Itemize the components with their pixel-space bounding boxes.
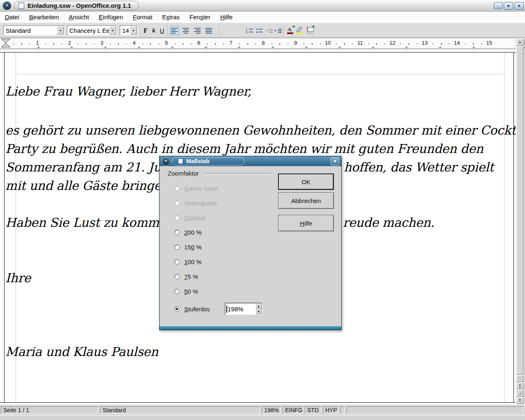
- tab-stop-marker[interactable]: [339, 46, 340, 48]
- bold-button[interactable]: F: [141, 26, 150, 35]
- radio-label: 75 %: [184, 273, 198, 280]
- previous-page-button[interactable]: ▲▲: [516, 383, 523, 389]
- status-page-style[interactable]: Standard: [100, 406, 260, 414]
- zoom-option-50[interactable]: 50 %: [174, 288, 198, 295]
- dialog-close-button[interactable]: ✕: [331, 158, 339, 165]
- indent-marker-icon[interactable]: [1, 39, 11, 48]
- bullet-list-button[interactable]: [255, 26, 264, 35]
- menu-einfgen[interactable]: Einfügen: [99, 14, 123, 21]
- status-hyperlink-mode[interactable]: HYP: [323, 406, 338, 414]
- ruler-tick: [272, 43, 272, 44]
- zoom-option-75[interactable]: 75 %: [174, 273, 198, 280]
- tab-stop-marker[interactable]: [440, 46, 441, 48]
- ruler-tick: [433, 43, 434, 44]
- horizontal-ruler[interactable]: 123456789101112131415: [0, 39, 515, 49]
- navigation-button[interactable]: [516, 390, 523, 397]
- radio-label: Seitenbreite: [184, 200, 217, 207]
- radio-icon: [174, 230, 180, 235]
- ruler-number: 2: [68, 40, 71, 46]
- font-size-combo[interactable]: 14 ▼: [120, 25, 138, 35]
- spin-up-button[interactable]: ▲: [256, 304, 262, 309]
- document-line: mit und alle Gäste bringen: [5, 176, 169, 195]
- align-left-button[interactable]: [170, 26, 179, 35]
- ruler-tick: [86, 43, 87, 45]
- ruler-number: 14: [454, 40, 460, 46]
- menu-format[interactable]: Format: [133, 14, 153, 21]
- close-button[interactable]: ✕: [514, 2, 524, 10]
- minimize-button[interactable]: _: [494, 2, 502, 9]
- italic-button[interactable]: k: [149, 26, 158, 35]
- zoom-value-spinbox[interactable]: 198% ▲ ▼: [225, 303, 262, 315]
- radio-label: Stufenlos: [184, 306, 210, 313]
- ruler-number: 4: [132, 40, 135, 46]
- radio-label: 50 %: [184, 288, 198, 295]
- font-name-value: Chancery L Ee: [69, 27, 110, 34]
- zoom-option-150[interactable]: 150 %: [174, 243, 202, 251]
- align-left-icon: [171, 28, 178, 34]
- spin-down-button[interactable]: ▼: [256, 309, 262, 314]
- status-insert-mode[interactable]: EINFG: [283, 406, 303, 414]
- page-top-border: [0, 52, 516, 52]
- zoom-option-stufenlos[interactable]: Stufenlos: [174, 305, 210, 313]
- highlighting-button[interactable]: [296, 26, 306, 35]
- window-menu-button[interactable]: ▼: [2, 1, 11, 10]
- increase-indent-icon: ►: [274, 29, 282, 33]
- tab-stop-marker[interactable]: [473, 46, 474, 48]
- dropdown-arrow-icon[interactable]: ▼: [130, 26, 137, 34]
- highlight-color-bar: [297, 32, 303, 34]
- ruler-tick: [384, 43, 385, 44]
- ok-button[interactable]: OK: [278, 173, 334, 190]
- tab-stop-marker[interactable]: [272, 46, 273, 48]
- dropdown-arrow-icon[interactable]: ▼: [109, 26, 116, 34]
- tab-stop-marker[interactable]: [71, 46, 72, 48]
- menu-extras[interactable]: Extras: [162, 14, 180, 21]
- next-page-button[interactable]: ▼▼: [516, 397, 523, 404]
- scroll-down-button[interactable]: ▼: [516, 375, 523, 382]
- align-right-button[interactable]: [193, 26, 202, 35]
- zoom-option-100[interactable]: 100 %: [174, 258, 202, 265]
- tab-stop-marker[interactable]: [38, 46, 39, 48]
- tab-stop-marker[interactable]: [406, 46, 407, 48]
- radio-label: 200 %: [184, 229, 202, 236]
- dropdown-arrow-icon[interactable]: ▼: [57, 26, 64, 34]
- ruler-tick: [191, 43, 192, 44]
- tab-stop-marker[interactable]: [139, 46, 139, 48]
- dialog-title-bar[interactable]: ▼ Maßstab ✕: [160, 156, 341, 166]
- status-selection-mode[interactable]: STD: [305, 406, 321, 414]
- numbered-list-button[interactable]: 1. 2.: [245, 26, 254, 35]
- help-button[interactable]: Hilfe: [278, 215, 334, 231]
- tab-stop-marker[interactable]: [205, 46, 206, 48]
- menu-fenster[interactable]: Fenster: [189, 14, 210, 21]
- radio-icon: [174, 244, 180, 250]
- cancel-button[interactable]: Abbrechen: [278, 192, 334, 209]
- ruler-tick: [207, 43, 208, 44]
- tab-stop-marker[interactable]: [172, 46, 173, 48]
- font-size-value: 14: [122, 27, 129, 34]
- paragraph-style-combo[interactable]: Standard ▼: [3, 25, 65, 35]
- zoom-option-200[interactable]: 200 %: [174, 228, 202, 236]
- align-justify-button[interactable]: [204, 26, 213, 35]
- ruler-row: 123456789101112131415: [0, 38, 525, 50]
- font-color-button[interactable]: A: [286, 26, 296, 35]
- maximize-button[interactable]: ▼: [504, 2, 513, 10]
- align-center-button[interactable]: [181, 26, 190, 35]
- increase-indent-button[interactable]: ►: [274, 26, 283, 35]
- font-name-combo[interactable]: Chancery L Ee ▼: [67, 25, 117, 35]
- menu-ansicht[interactable]: Ansicht: [69, 14, 89, 21]
- scrollbar-thumb[interactable]: [516, 46, 523, 374]
- vertical-scrollbar[interactable]: ▲ ▼ ▲▲ ▼▼: [516, 38, 524, 405]
- ruler-tick: [481, 43, 482, 44]
- dialog-menu-button[interactable]: ▼: [162, 157, 170, 166]
- tab-stop-marker[interactable]: [373, 46, 374, 48]
- tab-stop-marker[interactable]: [306, 46, 307, 48]
- status-zoom[interactable]: 198%: [262, 406, 281, 414]
- ruler-tick: [21, 43, 22, 45]
- menu-datei[interactable]: Datei: [5, 14, 19, 21]
- background-color-button[interactable]: [306, 26, 315, 35]
- underline-button[interactable]: U: [158, 26, 167, 35]
- tab-stop-marker[interactable]: [105, 46, 106, 48]
- menu-hilfe[interactable]: Hilfe: [220, 14, 233, 21]
- scroll-up-button[interactable]: ▲: [516, 39, 523, 46]
- tab-stop-marker[interactable]: [239, 46, 240, 48]
- menu-bearbeiten[interactable]: Bearbeiten: [29, 14, 59, 21]
